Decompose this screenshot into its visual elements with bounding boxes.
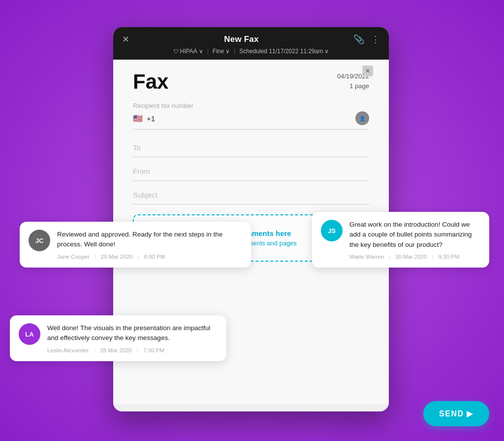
- comment-body-la: Well done! The visuals in the presentati…: [47, 323, 218, 353]
- comment-card-js: JS Great work on the introduction! Could…: [312, 212, 489, 268]
- comment-date-jane: 29 Mar 2020: [101, 254, 133, 260]
- scheduled-button[interactable]: Scheduled 11/17/2022 11:29am ∨: [239, 48, 329, 55]
- hipaa-label: HIPAA: [180, 48, 197, 55]
- divider-jane-2: |: [137, 254, 139, 260]
- modal-header-top: ✕ New Fax 📎 ⋮: [122, 34, 380, 45]
- divider-la-2: |: [137, 347, 138, 353]
- comment-text-la: Well done! The visuals in the presentati…: [47, 323, 218, 343]
- contact-icon[interactable]: 👤: [355, 111, 369, 125]
- comment-date-js: 30 Mar 2020: [395, 254, 427, 260]
- avatar-js: JS: [321, 220, 343, 241]
- divider-js: |: [389, 254, 390, 260]
- comment-text-jane: Reviewed and approved. Ready for the nex…: [57, 230, 242, 250]
- more-icon[interactable]: ⋮: [371, 34, 380, 45]
- modal-subtitle: 🛡 HIPAA ∨ | Fine ∨ | Scheduled 11/17/202…: [173, 48, 329, 55]
- scheduled-label: Scheduled 11/17/2022 11:29am: [239, 48, 323, 55]
- close-button[interactable]: ✕: [122, 35, 129, 44]
- remove-fax-button[interactable]: ✕: [362, 66, 373, 76]
- comment-date-la: 28 Mar 2020: [100, 347, 132, 353]
- modal-header: ✕ New Fax 📎 ⋮ 🛡 HIPAA ∨ | Fine ∨ | Sched…: [113, 27, 389, 60]
- comment-meta-jane: Jane Cooper | 29 Mar 2020 | 8:00 PM: [57, 254, 242, 260]
- fine-chevron: ∨: [225, 48, 230, 55]
- comment-author-js: Wade Warren: [349, 254, 384, 260]
- comment-card-la: LA Well done! The visuals in the present…: [10, 315, 226, 361]
- divider-1: |: [207, 48, 209, 55]
- fax-header-right: ✕ 04/19/2022 1 page: [337, 71, 369, 91]
- hipaa-button[interactable]: 🛡 HIPAA ∨: [173, 48, 203, 55]
- attach-icon[interactable]: 📎: [353, 34, 364, 45]
- to-input[interactable]: [133, 138, 369, 157]
- recipient-label: Recipient fax number: [133, 102, 369, 109]
- comment-body-js: Great work on the introduction! Could we…: [349, 220, 480, 260]
- recipient-field-group: Recipient fax number 🇺🇸 +1 👤: [133, 102, 369, 130]
- from-input[interactable]: [133, 162, 369, 181]
- comment-meta-js: Wade Warren | 30 Mar 2020 | 9:30 PM: [349, 254, 480, 260]
- shield-icon: 🛡: [173, 48, 179, 54]
- subject-input[interactable]: [133, 186, 369, 204]
- phone-prefix: +1: [147, 114, 155, 123]
- comment-time-la: 7:30 PM: [143, 347, 164, 353]
- phone-input[interactable]: [159, 112, 351, 125]
- send-button[interactable]: SEND ▶: [423, 401, 489, 426]
- avatar-la: LA: [19, 323, 40, 345]
- divider-js-2: |: [432, 254, 434, 260]
- comment-body-jane: Reviewed and approved. Ready for the nex…: [57, 230, 242, 260]
- comment-time-js: 9:30 PM: [439, 254, 460, 260]
- comment-card-jane: JC Reviewed and approved. Ready for the …: [20, 222, 251, 268]
- avatar-initials-js: JS: [328, 227, 336, 235]
- hipaa-chevron: ∨: [199, 48, 203, 55]
- comment-author-la: Leslie Alexander: [47, 347, 89, 353]
- comment-meta-la: Leslie Alexander | 28 Mar 2020 | 7:30 PM: [47, 347, 218, 353]
- avatar-jc: JC: [29, 230, 50, 251]
- comment-text-js: Great work on the introduction! Could we…: [349, 220, 480, 250]
- fine-button[interactable]: Fine ∨: [213, 48, 230, 55]
- divider-la: |: [94, 347, 95, 353]
- contact-icon-label: 👤: [359, 116, 365, 121]
- fax-title: Fax: [133, 71, 168, 92]
- fine-label: Fine: [213, 48, 224, 55]
- header-icons: 📎 ⋮: [353, 34, 380, 45]
- fax-pages: 1 page: [337, 81, 369, 91]
- avatar-initials-jc: JC: [35, 237, 44, 244]
- divider-2: |: [234, 48, 235, 55]
- divider-jane: |: [94, 254, 96, 260]
- comment-author-jane: Jane Cooper: [57, 254, 90, 260]
- flag-icon: 🇺🇸: [133, 114, 143, 123]
- modal-title: New Fax: [224, 34, 258, 44]
- avatar-initials-la: LA: [25, 331, 33, 338]
- scheduled-chevron: ∨: [324, 48, 329, 55]
- fax-header-section: Fax ✕ 04/19/2022 1 page: [133, 71, 369, 92]
- comment-time-jane: 8:00 PM: [144, 254, 165, 260]
- recipient-row: 🇺🇸 +1 👤: [133, 111, 369, 130]
